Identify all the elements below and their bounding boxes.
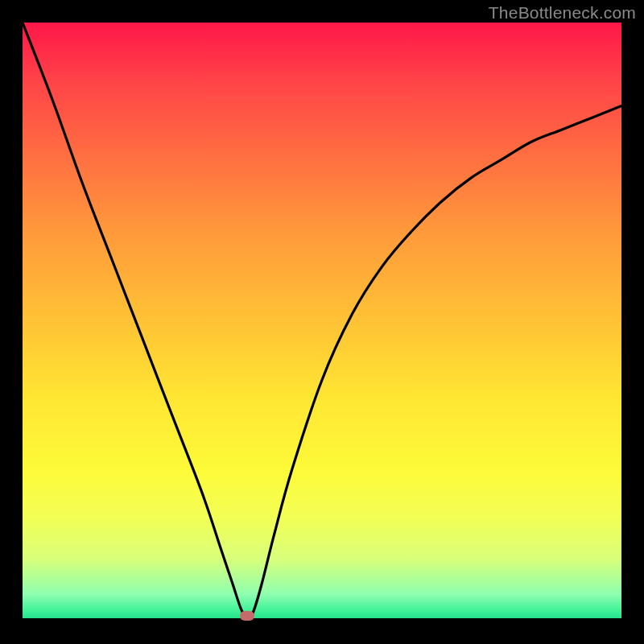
bottleneck-curve xyxy=(23,23,621,618)
minimum-marker xyxy=(240,611,254,621)
watermark-text: TheBottleneck.com xyxy=(489,3,636,23)
chart-frame: TheBottleneck.com xyxy=(0,0,644,644)
plot-area xyxy=(23,23,621,618)
